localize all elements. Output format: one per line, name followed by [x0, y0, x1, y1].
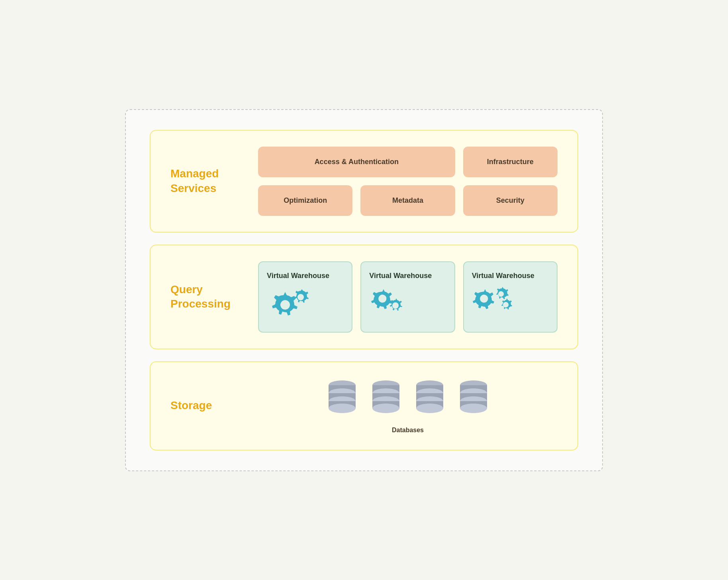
managed-services-section: Managed Services Access & Authentication…: [150, 130, 578, 233]
virtual-warehouse-1: Virtual Warehouse: [258, 261, 352, 333]
card-metadata: Metadata: [360, 185, 455, 216]
database-icon-1: [326, 378, 358, 418]
managed-services-grid: Access & Authentication Infrastructure O…: [258, 147, 558, 216]
query-processing-section: Query Processing Virtual Warehouse: [150, 245, 578, 349]
database-icon-2: [370, 378, 402, 418]
query-processing-title: Query Processing: [170, 282, 242, 312]
virtual-warehouse-2: Virtual Warehouse: [360, 261, 455, 333]
card-security: Security: [463, 185, 558, 216]
storage-content: Databases: [258, 378, 558, 434]
databases-row: [326, 378, 489, 418]
gears-icon-medium: [369, 286, 405, 318]
card-access-auth: Access & Authentication: [258, 147, 455, 177]
card-infrastructure: Infrastructure: [463, 147, 558, 177]
virtual-warehouse-3: Virtual Warehouse: [463, 261, 558, 333]
outer-container: Managed Services Access & Authentication…: [125, 109, 603, 471]
svg-point-13: [372, 404, 399, 413]
storage-section: Storage: [150, 361, 578, 451]
svg-point-27: [460, 404, 487, 413]
gears-icon-large: [267, 286, 311, 322]
database-icon-3: [414, 378, 446, 418]
database-icon-4: [458, 378, 489, 418]
svg-point-20: [416, 404, 443, 413]
managed-services-title: Managed Services: [170, 167, 242, 196]
card-optimization: Optimization: [258, 185, 352, 216]
gears-icon-small: [472, 286, 516, 318]
storage-title: Storage: [170, 398, 242, 413]
databases-label: Databases: [392, 427, 424, 434]
svg-point-6: [329, 404, 356, 413]
query-processing-grid: Virtual Warehouse Virt: [258, 261, 558, 333]
